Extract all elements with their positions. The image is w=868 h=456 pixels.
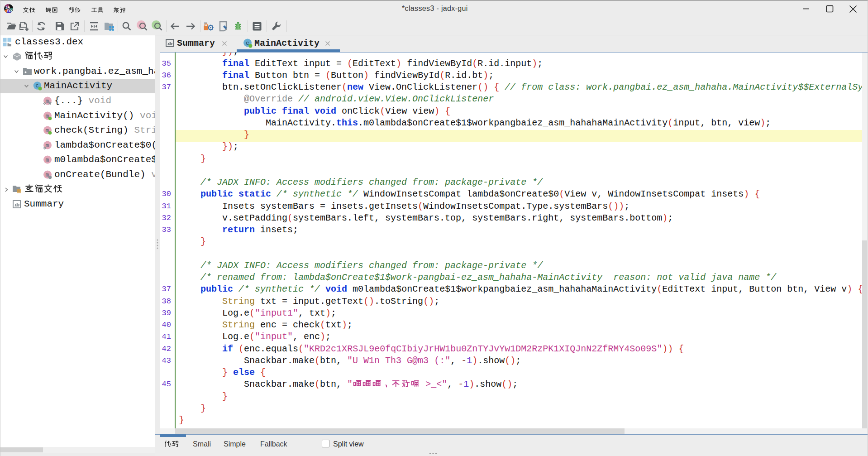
svg-text:DX: DX (7, 9, 13, 13)
svg-text:m: m (46, 98, 49, 105)
svg-text:m: m (46, 157, 49, 163)
